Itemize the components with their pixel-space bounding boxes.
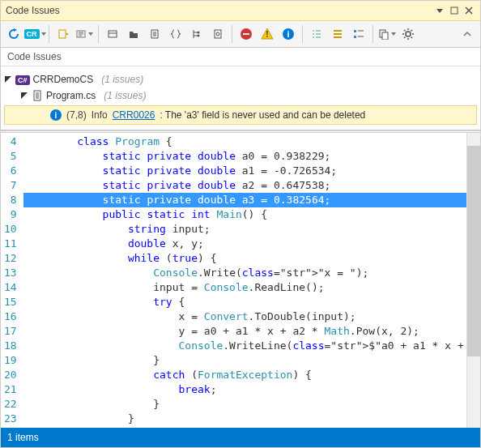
status-text: 1 items [7, 432, 39, 443]
dropdown-icon[interactable] [433, 4, 446, 17]
svg-rect-11 [243, 33, 249, 35]
toolbar: CR ! i [1, 21, 480, 48]
csharp-project-icon: C# [15, 74, 30, 85]
svg-rect-18 [382, 32, 388, 40]
tree-file-row[interactable]: Program.cs (1 issues) [4, 87, 477, 104]
separator-icon [232, 25, 232, 43]
svg-rect-1 [59, 30, 66, 38]
svg-text:i: i [287, 29, 289, 39]
file-name: Program.cs [46, 90, 96, 101]
svg-point-19 [406, 32, 411, 36]
issue-location: (7,8) [66, 109, 87, 121]
svg-rect-3 [109, 31, 117, 37]
braces-icon[interactable] [166, 24, 185, 44]
svg-text:!: ! [266, 30, 268, 39]
window-icon[interactable] [103, 24, 122, 44]
file-issue-count: (1 issues) [104, 90, 146, 101]
close-icon[interactable] [462, 4, 475, 17]
svg-rect-8 [215, 30, 221, 38]
vertical-scrollbar[interactable] [466, 133, 480, 428]
info-icon[interactable]: i [279, 24, 298, 44]
issue-message: : The 'a3' field is never used and can b… [160, 109, 365, 121]
settings-icon[interactable] [398, 24, 418, 44]
status-bar: 1 items [1, 428, 480, 447]
expand-icon[interactable] [20, 92, 28, 100]
tree-project-row[interactable]: C# CRRDemoCS (1 issues) [4, 71, 477, 87]
svg-point-6 [198, 32, 200, 34]
copy-icon[interactable] [377, 24, 397, 44]
separator-icon [98, 25, 99, 43]
project-name: CRRDemoCS [33, 74, 94, 85]
svg-rect-15 [354, 30, 356, 32]
warning-icon[interactable]: ! [258, 24, 277, 44]
titlebar: Code Issues [1, 1, 480, 21]
window-title: Code Issues [6, 5, 432, 16]
project-issue-count: (1 issues) [101, 74, 143, 85]
list-format2-icon[interactable] [328, 24, 347, 44]
svg-rect-20 [34, 91, 40, 100]
issue-severity: Info [92, 109, 108, 121]
coderush-icon[interactable]: CR [25, 24, 45, 44]
info-icon: i [50, 109, 62, 121]
code-editor[interactable]: 45678910111213141516171819202122232425 c… [1, 130, 480, 428]
issue-row[interactable]: i (7,8) Info CRR0026 : The 'a3' field is… [4, 105, 477, 125]
code-content[interactable]: class Program { static private double a0… [23, 133, 466, 428]
separator-icon [302, 25, 303, 43]
list-format1-icon[interactable] [307, 24, 326, 44]
svg-point-7 [198, 35, 200, 37]
maximize-icon[interactable] [448, 4, 461, 17]
expand-icon[interactable] [4, 75, 12, 83]
tree-icon[interactable] [187, 24, 206, 44]
svg-rect-0 [451, 7, 458, 14]
separator-icon [372, 25, 373, 43]
svg-point-9 [216, 32, 219, 36]
section-header: Code Issues [1, 48, 480, 66]
action1-icon[interactable] [53, 24, 73, 44]
document-icon[interactable] [145, 24, 164, 44]
refresh-icon[interactable] [4, 24, 23, 44]
line-number-gutter: 45678910111213141516171819202122232425 [1, 133, 23, 428]
page-icon[interactable] [208, 24, 228, 44]
action2-icon[interactable] [74, 24, 94, 44]
chevron-up-icon[interactable] [458, 24, 477, 44]
folder-icon[interactable] [124, 24, 143, 44]
scrollbar-thumb[interactable] [467, 146, 480, 356]
window: Code Issues CR ! i Code Issues [0, 0, 481, 448]
svg-rect-16 [354, 36, 356, 38]
file-icon [32, 90, 43, 101]
separator-icon [49, 25, 49, 43]
error-icon[interactable] [236, 24, 256, 44]
list-format3-icon[interactable] [349, 24, 368, 44]
issue-code-link[interactable]: CRR0026 [113, 109, 155, 121]
issue-tree: C# CRRDemoCS (1 issues) Program.cs (1 is… [1, 66, 480, 130]
